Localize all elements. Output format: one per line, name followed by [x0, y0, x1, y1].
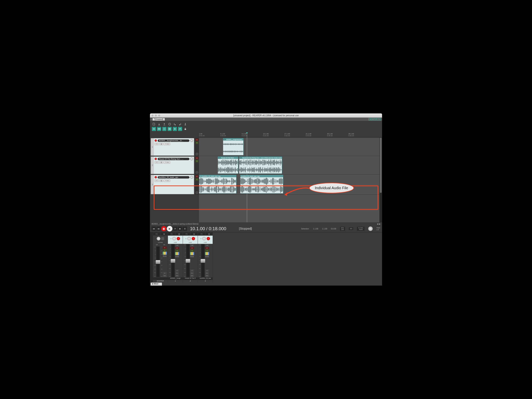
fx-bypass-button[interactable]: ⏻ [159, 143, 163, 145]
fx-bypass-button[interactable]: ⏻ [190, 232, 198, 235]
envelope-button[interactable] [196, 191, 198, 194]
lock-icon[interactable] [183, 127, 187, 131]
grid-icon[interactable] [168, 127, 172, 131]
selection-start[interactable]: 1.1.00 [313, 228, 318, 230]
trim-button[interactable]: ↗ trim [164, 179, 170, 182]
snap-icon[interactable] [162, 127, 166, 131]
mute-button[interactable]: M [196, 175, 198, 178]
fx-bypass-button[interactable]: ⏻ [206, 232, 213, 235]
clip-header[interactable]: 1House Of The Rising Sun - Josh White an… [239, 157, 282, 159]
input-label[interactable]: in [201, 238, 201, 239]
trim-button[interactable]: trim [175, 275, 179, 277]
fx-bypass-button[interactable]: ⏻ [176, 232, 183, 235]
fx-bypass-button[interactable]: ⏻ [159, 179, 163, 182]
mute-button[interactable]: M [205, 247, 209, 249]
mute-button[interactable]: M [190, 247, 194, 249]
mute-button[interactable]: M [196, 139, 198, 141]
mute-button[interactable]: M [175, 247, 179, 249]
media-item[interactable]: << huckfinn_33_twain_apc.ogg [199, 175, 236, 194]
track-header[interactable]: 1 463903__burghrecords__bi… FX ⏻ ↗ trim [151, 138, 194, 156]
metronome-icon[interactable] [183, 122, 187, 126]
strip-name[interactable]: 463903__burgh [168, 277, 183, 280]
pan-knob[interactable] [202, 237, 206, 241]
project-tab[interactable]: *[Unsaved] [152, 118, 165, 120]
media-item[interactable]: 1463903__burghrecords [223, 138, 244, 155]
phase-button[interactable]: ⊘ [205, 269, 209, 272]
input-label[interactable]: in [185, 238, 186, 239]
fx-button[interactable]: FX [155, 179, 159, 182]
route-label[interactable]: Route [163, 255, 167, 257]
trim-button[interactable]: trim [163, 275, 167, 277]
track-header[interactable]: 2 House Of The Rising Sun - … FX ⏻ ↗ tri… [151, 157, 194, 174]
arrange-view[interactable]: 1.000:00.005.1.000:08.009.1.000:16.0013.… [199, 133, 382, 222]
track-name[interactable]: huckfinn_33_twain_apc [158, 176, 190, 178]
volume-knob[interactable] [190, 176, 193, 179]
volume-fader[interactable] [186, 244, 190, 277]
playrate-knob[interactable] [368, 227, 373, 231]
clip-header[interactable]: << huckfinn_33_twain_apc.ogg [199, 175, 236, 177]
solo-button[interactable]: S [196, 178, 198, 181]
mute-button[interactable]: M [163, 247, 167, 249]
route-button[interactable] [175, 252, 179, 255]
record-arm-button[interactable] [177, 237, 180, 240]
strip-name[interactable]: huckfinn_33_twa [198, 277, 213, 280]
play-button[interactable]: ▶ [167, 226, 172, 232]
record-arm-button[interactable] [155, 139, 157, 142]
rate-value[interactable]: 1.0 [376, 229, 379, 231]
route-label[interactable]: Route [175, 255, 179, 258]
monitor-fx-button[interactable]: MONITOR FX [369, 118, 381, 120]
save-project-icon[interactable] [162, 122, 166, 126]
transport-time[interactable]: 10.1.00 / 0:18.000 [190, 226, 226, 231]
envelope-button[interactable] [196, 153, 198, 155]
timesig-box[interactable]: 4/4 [349, 227, 353, 230]
global-automation-box[interactable]: GLOBALnone [357, 227, 364, 231]
open-project-icon[interactable] [157, 122, 161, 126]
strip-name[interactable] [153, 277, 168, 280]
phase-button[interactable]: ⊘ [190, 269, 194, 272]
record-arm-button[interactable] [207, 237, 210, 240]
envelope-move-icon[interactable] [178, 127, 182, 131]
autocrossfade-icon[interactable] [152, 127, 156, 131]
go-to-start-button[interactable]: ⏮ [152, 227, 156, 231]
item-nav-prev-icon[interactable]: ◀ [377, 223, 378, 225]
pan-knob[interactable] [172, 237, 176, 241]
item-grouping-icon[interactable] [157, 127, 161, 131]
cursor-marker-icon[interactable] [246, 133, 248, 134]
fx-button[interactable]: FX [155, 161, 159, 164]
clip-header[interactable]: 1House Of The Risin [218, 157, 238, 159]
record-button[interactable]: ⬤ [161, 226, 166, 231]
solo-button[interactable]: S [196, 141, 198, 144]
media-item[interactable]: 1House Of The Rising Sun - Josh White an… [239, 157, 282, 174]
solo-button[interactable]: S [175, 249, 179, 252]
envelope-button[interactable] [196, 171, 198, 174]
trim-button[interactable]: trim [205, 275, 209, 277]
record-arm-button[interactable] [192, 237, 195, 240]
clip-header[interactable]: 1463903__burghrecords [223, 138, 243, 140]
phase-button[interactable]: ⊘ [163, 272, 167, 274]
fx-button[interactable]: FX [198, 232, 205, 235]
solo-button[interactable]: S [190, 249, 194, 252]
track-lane[interactable]: 1House Of The Risin 1House Of The Rising… [199, 156, 382, 174]
trim-button[interactable]: trim [190, 275, 194, 277]
solo-button[interactable]: S [196, 160, 198, 162]
go-to-end-button[interactable]: ⏭ [156, 227, 161, 231]
volume-fader[interactable] [171, 244, 175, 277]
record-arm-button[interactable] [155, 158, 157, 160]
volume-fader[interactable] [201, 244, 205, 277]
route-label[interactable]: Route [205, 255, 209, 258]
bpm-box[interactable]: BPM120 [340, 227, 345, 231]
route-label[interactable]: Route [190, 255, 194, 258]
ripple-edit-icon[interactable] [173, 127, 177, 131]
volume-knob[interactable] [190, 157, 193, 160]
fx-button[interactable]: FX [168, 232, 175, 235]
volume-knob[interactable] [190, 139, 193, 142]
repeat-button[interactable]: ⟳ [173, 227, 177, 231]
redo-icon[interactable] [178, 122, 182, 126]
volume-fader[interactable] [156, 247, 160, 277]
trim-button[interactable]: ↗ trim [164, 143, 170, 145]
undo-icon[interactable] [173, 122, 177, 126]
fx-bypass-button[interactable]: ⏻ [159, 161, 163, 164]
project-settings-icon[interactable] [168, 122, 172, 126]
selection-length[interactable]: 0.0.00 [331, 228, 336, 230]
fx-button[interactable]: FX [183, 232, 190, 235]
